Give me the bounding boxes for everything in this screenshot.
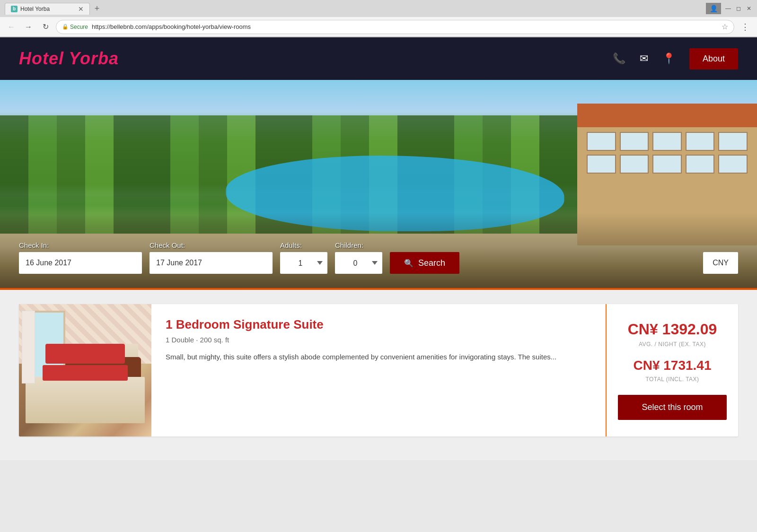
checkout-label: Check Out: — [150, 241, 273, 249]
secure-badge: 🔒 Secure — [62, 24, 88, 30]
browser-toolbar: ← → ↻ 🔒 Secure https://bellebnb.com/apps… — [0, 17, 757, 37]
room-description: Small, but mighty, this suite offers a s… — [166, 351, 591, 363]
room-pricing: CN¥ 1392.09 AVG. / NIGHT (EX. TAX) CN¥ 1… — [606, 304, 738, 436]
checkin-label: Check In: — [19, 241, 142, 249]
children-group: Children: 0 1 2 3 — [335, 241, 382, 274]
room-image — [19, 304, 151, 436]
mail-icon[interactable]: ✉ — [640, 52, 648, 65]
checkout-input[interactable] — [150, 252, 273, 274]
room-name: 1 Bedroom Signature Suite — [166, 317, 591, 332]
search-icon: 🔍 — [404, 259, 414, 268]
search-button[interactable]: 🔍 Search — [390, 252, 459, 274]
minimize-button[interactable]: — — [725, 5, 731, 12]
select-room-button[interactable]: Select this room — [618, 395, 727, 420]
browser-titlebar: b Hotel Yorba ✕ + 👤 — ◻ ✕ — [0, 0, 757, 17]
children-label: Children: — [335, 241, 382, 249]
room-image-placeholder — [19, 304, 151, 436]
price-per-night-label: AVG. / NIGHT (EX. TAX) — [639, 341, 706, 348]
room-details: 1 Bedroom Signature Suite 1 Double · 200… — [151, 304, 606, 436]
nav-icons: 📞 ✉ 📍 About — [613, 48, 738, 70]
adults-group: Adults: 1 2 3 4 — [280, 241, 327, 274]
browser-menu-button[interactable]: ⋮ — [738, 22, 752, 32]
price-total: CN¥ 1731.41 — [633, 358, 711, 373]
checkout-group: Check Out: — [150, 241, 273, 274]
currency-button[interactable]: CNY — [703, 252, 738, 274]
about-button[interactable]: About — [689, 48, 738, 70]
user-icon: 👤 — [706, 3, 721, 14]
bookmark-icon[interactable]: ☆ — [722, 22, 728, 31]
tab-title: Hotel Yorba — [20, 6, 50, 12]
hero-section: Check In: Check Out: Adults: 1 2 3 4 Chi… — [0, 80, 757, 288]
hotel-logo: Hotel Yorba — [19, 49, 119, 69]
price-total-label: TOTAL (INCL. TAX) — [645, 376, 699, 383]
rooms-section: 1 Bedroom Signature Suite 1 Double · 200… — [0, 290, 757, 460]
tab-close-button[interactable]: ✕ — [78, 5, 84, 13]
secure-label: Secure — [70, 24, 88, 30]
phone-icon[interactable]: 📞 — [613, 52, 625, 65]
search-label: Search — [418, 258, 445, 268]
adults-label: Adults: — [280, 241, 327, 249]
url-text: https://bellebnb.com/apps/booking/hotel-… — [92, 23, 251, 30]
adults-select[interactable]: 1 2 3 4 — [280, 252, 327, 274]
checkin-input[interactable] — [19, 252, 142, 274]
room-specs: 1 Double · 200 sq. ft — [166, 336, 591, 344]
reload-button[interactable]: ↻ — [39, 20, 52, 34]
forward-button[interactable]: → — [22, 20, 35, 34]
new-tab-button[interactable]: + — [90, 2, 104, 15]
window-controls: 👤 — ◻ ✕ — [706, 3, 752, 14]
browser-chrome: b Hotel Yorba ✕ + 👤 — ◻ ✕ ← → ↻ 🔒 Secure… — [0, 0, 757, 37]
back-button[interactable]: ← — [5, 20, 18, 34]
price-per-night: CN¥ 1392.09 — [628, 321, 717, 338]
hotel-site: Hotel Yorba 📞 ✉ 📍 About — [0, 37, 757, 460]
room-card: 1 Bedroom Signature Suite 1 Double · 200… — [19, 304, 738, 436]
lock-icon: 🔒 — [62, 24, 69, 30]
hotel-navigation: Hotel Yorba 📞 ✉ 📍 About — [0, 37, 757, 80]
checkin-group: Check In: — [19, 241, 142, 274]
close-button[interactable]: ✕ — [746, 5, 752, 12]
booking-form: Check In: Check Out: Adults: 1 2 3 4 Chi… — [0, 232, 757, 288]
browser-tab[interactable]: b Hotel Yorba ✕ — [5, 3, 90, 15]
children-select[interactable]: 0 1 2 3 — [335, 252, 382, 274]
location-icon[interactable]: 📍 — [662, 52, 675, 65]
restore-button[interactable]: ◻ — [735, 5, 742, 12]
address-bar[interactable]: 🔒 Secure https://bellebnb.com/apps/booki… — [56, 20, 734, 34]
tab-favicon: b — [11, 6, 18, 12]
